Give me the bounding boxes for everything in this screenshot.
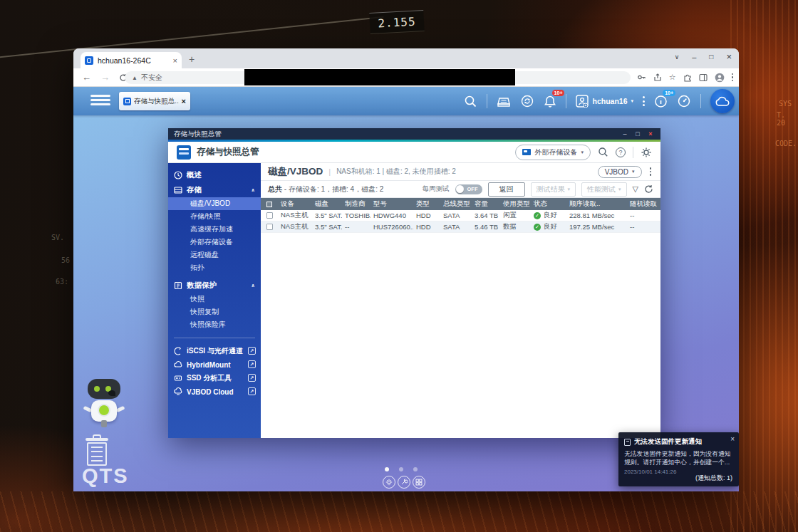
maximize-button[interactable]: □	[709, 53, 713, 61]
table-row[interactable]: NAS主机 3.5" SAT... TOSHIBA HDWG440 HDD SA…	[261, 210, 660, 221]
weekly-test-toggle[interactable]: OFF	[455, 184, 482, 194]
row-checkbox[interactable]	[266, 224, 273, 230]
app-tab-close-icon[interactable]: ×	[182, 97, 186, 105]
wallpaper-mark: 63:	[56, 278, 68, 286]
forward-button[interactable]: →	[100, 72, 110, 83]
back-button-toolbar[interactable]: 返回	[488, 182, 525, 197]
cell-rand-read: --	[627, 212, 660, 219]
caret-down-icon: ▾	[568, 187, 571, 192]
cell-type: HDD	[413, 223, 440, 231]
col-vendor[interactable]: 制造商	[342, 199, 370, 209]
minimize-button[interactable]: –	[692, 53, 696, 61]
window-title-bar[interactable]: 存储与快照总管 – □ ×	[168, 128, 660, 140]
summary-detail: - 存储设备: 1，插槽: 4，磁盘: 2	[284, 185, 383, 193]
security-label[interactable]: 不安全	[141, 73, 162, 83]
title-divider: |	[328, 167, 331, 176]
external-storage-button[interactable]: 外部存储设备 ▾	[515, 145, 591, 160]
window-minimize-icon[interactable]: –	[621, 130, 629, 137]
notification-toast[interactable]: 无法发送固件更新通知 × 无法发送固件更新通知，因为没有通知规则。请打开通知中心…	[618, 432, 739, 486]
sidebar-item-snapshot[interactable]: 快照	[168, 293, 261, 306]
toast-close-icon[interactable]: ×	[730, 435, 735, 443]
sidebar-item-snapshot-replica[interactable]: 快照复制	[168, 306, 261, 318]
close-button[interactable]: ×	[726, 51, 732, 62]
col-capacity[interactable]: 容量	[472, 199, 500, 209]
more-options-icon[interactable]	[643, 96, 645, 106]
cell-vendor: TOSHIBA	[342, 212, 370, 219]
col-device[interactable]: 设备	[278, 199, 312, 209]
desktop-apps-circle-icon[interactable]	[413, 476, 425, 489]
select-all-checkbox[interactable]	[266, 202, 272, 207]
back-button[interactable]: ←	[82, 72, 91, 83]
browser-tab[interactable]: hchuan16-264C ×	[81, 52, 182, 68]
col-type[interactable]: 类型	[413, 199, 440, 209]
sidebar-item-external-storage[interactable]: 外部存储设备	[168, 236, 261, 249]
perf-test-dropdown[interactable]: 性能测试 ▾	[581, 182, 627, 197]
resource-monitor-icon[interactable]	[677, 94, 691, 108]
app-help-icon[interactable]: ?	[616, 147, 626, 157]
recycle-bin-icon[interactable]	[83, 434, 110, 467]
myqnapcloud-button[interactable]	[710, 89, 735, 113]
extensions-icon[interactable]	[683, 73, 692, 82]
share-icon[interactable]	[653, 73, 662, 82]
user-caret-icon: ▾	[631, 98, 633, 104]
sidebar-item-topology[interactable]: 拓扑	[168, 261, 261, 274]
app-settings-gear-icon[interactable]	[641, 147, 652, 158]
sidebar-group-storage[interactable]: 存储 ∧	[168, 182, 261, 197]
row-checkbox[interactable]	[266, 212, 273, 219]
sidebar-item-overview[interactable]: 概述	[168, 167, 261, 182]
col-bus[interactable]: 总线类型	[440, 199, 472, 209]
user-menu[interactable]: hchuan16 ▾	[576, 95, 633, 108]
wallpaper-mark: SV.	[51, 234, 64, 241]
sidebar-item-snapshot-vault[interactable]: 快照保险库	[168, 318, 261, 331]
notification-total: (通知总数: 1)	[695, 474, 732, 483]
window-close-icon[interactable]: ×	[646, 130, 655, 137]
side-panel-icon[interactable]	[699, 73, 708, 82]
filter-funnel-icon[interactable]: ▽	[633, 184, 638, 194]
background-tasks-icon[interactable]	[520, 94, 534, 108]
file-station-icon[interactable]	[497, 95, 511, 108]
cell-capacity: 3.64 TB	[472, 212, 500, 219]
desktop-settings-circle-icon[interactable]	[383, 476, 395, 489]
scope-dropdown[interactable]: VJBOD ▾	[598, 166, 642, 178]
col-disk[interactable]: 磁盘	[312, 199, 342, 209]
tab-search-icon[interactable]: ∨	[675, 53, 680, 61]
page-more-icon[interactable]	[648, 167, 654, 176]
col-rand-read[interactable]: 随机读取	[627, 199, 660, 209]
help-count-badge: 10+	[663, 90, 675, 97]
sidebar-link-vjbod-cloud[interactable]: VJBOD Cloud ↗	[168, 385, 261, 398]
app-sidebar: 概述 存储 ∧ 磁盘/VJBOD 存储/快照 高速缓存加速 外部存储设备 远程磁…	[168, 163, 261, 438]
bookmark-star-icon[interactable]: ☆	[669, 73, 676, 82]
window-maximize-icon[interactable]: □	[633, 130, 642, 137]
taskbar-app-tab[interactable]: 存储与快照总... ×	[119, 92, 190, 110]
sidebar-item-cache-acceleration[interactable]: 高速缓存加速	[168, 223, 261, 236]
sidebar-link-hybridmount[interactable]: HybridMount ↗	[168, 358, 261, 371]
table-row[interactable]: NAS主机 3.5" SAT... -- HUS726060... HDD SA…	[261, 221, 660, 233]
desktop-page-dots[interactable]	[385, 467, 418, 471]
col-status[interactable]: 状态	[531, 199, 566, 209]
browser-menu-icon[interactable]	[732, 73, 734, 82]
tab-close-icon[interactable]: ×	[173, 56, 177, 65]
sidebar-item-storage-snapshots[interactable]: 存储/快照	[168, 210, 261, 223]
desktop-tools-circle-icon[interactable]	[398, 476, 410, 489]
col-usage[interactable]: 使用类型	[500, 199, 531, 209]
password-key-icon[interactable]	[637, 73, 646, 82]
search-icon[interactable]	[464, 95, 477, 108]
qts-logo: QTS	[82, 464, 129, 488]
sidebar-item-disks-vjbod[interactable]: 磁盘/VJBOD	[168, 197, 261, 210]
app-search-icon[interactable]	[598, 147, 608, 157]
sidebar-item-remote-disk[interactable]: 远程磁盘	[168, 249, 261, 261]
qbot-mascot[interactable]	[82, 377, 126, 429]
main-menu-icon[interactable]	[90, 95, 110, 105]
sidebar-link-iscsi[interactable]: iSCSI 与光纤通道 ↗	[168, 345, 261, 358]
sidebar-group-data-protection[interactable]: 数据保护 ∧	[168, 278, 261, 293]
col-model[interactable]: 型号	[370, 199, 413, 209]
notifications-bell-icon[interactable]	[544, 95, 556, 108]
help-center-icon[interactable]	[654, 95, 668, 108]
sidebar-link-ssd-profiling[interactable]: SSD 分析工具 ↗	[168, 372, 261, 385]
refresh-icon[interactable]	[644, 184, 653, 194]
table-header[interactable]: 设备 磁盘 制造商 型号 类型 总线类型 容量 使用类型 状态 顺序读取.. 随…	[261, 198, 660, 210]
new-tab-button[interactable]: +	[189, 53, 195, 65]
test-result-dropdown[interactable]: 测试结果 ▾	[531, 182, 576, 197]
col-seq-read[interactable]: 顺序读取..	[566, 199, 627, 209]
profile-avatar-icon[interactable]	[715, 73, 725, 83]
